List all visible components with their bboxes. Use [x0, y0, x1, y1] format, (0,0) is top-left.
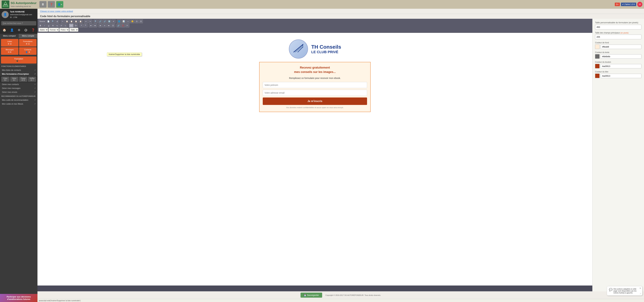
form-email-input[interactable] [263, 90, 367, 96]
chat-close-button[interactable]: ✕ [639, 287, 641, 289]
sidebar-link-solde[interactable]: Mon solde et mes filleuls ↗ [0, 102, 38, 106]
tb-subscript[interactable]: x₂ [55, 24, 59, 28]
notification-button[interactable]: 10 [637, 2, 642, 7]
tb-align-left[interactable]: ⬌ [98, 24, 102, 28]
sub-btn-creer[interactable]: Créer☰+ [1, 77, 10, 82]
search-input[interactable] [1, 21, 36, 25]
tb-underline[interactable]: U [47, 24, 51, 28]
styles-select[interactable]: Styles [38, 28, 48, 32]
tb-unorderedlist[interactable]: ☰• [74, 24, 78, 28]
menu-toggle: Menu compact Menu complet [0, 34, 38, 38]
promo-banner[interactable]: Participer aux décisions d'améliorations… [0, 294, 38, 302]
tb-paste[interactable]: 📋 [70, 20, 74, 23]
like-button[interactable]: ✔ J'aime 1.0 K [621, 3, 636, 6]
tb-align-right[interactable]: ⬌ [107, 24, 111, 28]
tb-outdent[interactable]: ⬅ [89, 24, 93, 28]
font-select[interactable]: Police [59, 28, 69, 32]
breadcrumb-link[interactable]: Cliquez ici pour copier votre embed [40, 10, 73, 13]
tb-emoji[interactable]: 😊 [130, 20, 134, 23]
tb-anchor[interactable]: 🏳 [126, 24, 129, 28]
tb-cut[interactable]: ✂ [61, 20, 64, 23]
chat-expand-icon[interactable]: ⤢ [640, 292, 641, 295]
user-email: webmaster2net@gmail.com [10, 13, 32, 16]
size-select[interactable]: Taille [69, 28, 78, 32]
panel-fond-swatch[interactable] [595, 45, 600, 49]
module-formulaires[interactable]: Formulaires⚙ ☰ [19, 39, 36, 47]
sidebar-link-messages[interactable]: Gérer mes messages ↗ [0, 86, 38, 90]
settings-icon-btn[interactable]: ⚙ [17, 28, 21, 33]
tb-blockquote2[interactable]: ❞ [84, 24, 88, 28]
tb-indent[interactable]: ➡ [93, 24, 97, 28]
tb-image[interactable]: 🌐 [117, 20, 121, 23]
panel-texte-input[interactable] [600, 54, 642, 59]
form-prenom-input[interactable] [263, 82, 367, 88]
sidebar-link-envois[interactable]: Gérer mes envois ↗ [0, 90, 38, 94]
tb-unlink[interactable]: 🚫 [121, 24, 125, 28]
source-button[interactable]: Source [38, 20, 46, 23]
tb-find2[interactable]: 🔗 [98, 20, 102, 23]
sidebar-link-recommander[interactable]: Mes outils de recommandation ↗ [0, 98, 38, 102]
tb-link[interactable]: 🔗 [116, 24, 121, 28]
tb-hline[interactable]: — [126, 20, 130, 23]
editor-scrollbar[interactable] [38, 285, 592, 291]
panel-fond-input[interactable] [600, 45, 642, 49]
tb-table[interactable]: 📊 [122, 20, 126, 23]
panel-bouton-swatch[interactable] [595, 64, 600, 68]
tb-undo[interactable]: ↩ [84, 20, 88, 23]
tb-something[interactable]: 🔢 [107, 20, 112, 23]
tb-paste-word[interactable]: 📋 [78, 20, 83, 23]
sub-btn-popup[interactable]: Popup⚙ ☰ [19, 77, 27, 82]
panel-size-input[interactable] [595, 25, 642, 30]
sidebar-link-contacts[interactable]: Gérer mes contacts ↗ [0, 83, 38, 86]
panel-bouton-input[interactable] [600, 64, 642, 68]
tb-removeformat[interactable]: Iₓ [64, 24, 68, 28]
sub-btn-helbar[interactable]: HelBar☰ ↗ [28, 77, 36, 82]
module-listes[interactable]: Listes⚙ ☰ [1, 39, 18, 47]
menu-compact-btn[interactable]: Menu compact [0, 34, 19, 38]
user-icon-btn[interactable]: 👤 [10, 28, 14, 33]
tb-more[interactable]: ☰ [139, 20, 143, 23]
sidebar-link-listes[interactable]: Mes listes de contacts ↗ [0, 68, 38, 72]
panel-titre-input[interactable] [600, 74, 642, 78]
home-icon-btn[interactable]: 🏠 [2, 28, 7, 33]
module-contacts[interactable]: Contacts👤 ⚙ [19, 47, 36, 55]
tb-bold[interactable]: B [38, 24, 42, 28]
trash-button[interactable]: 🗑 [40, 1, 46, 8]
panel-titre-swatch[interactable] [595, 74, 600, 78]
panel-champs-input[interactable] [595, 35, 642, 39]
gplus-button[interactable]: G+ [615, 3, 620, 6]
tb-new-doc[interactable]: 📄 [46, 20, 50, 23]
tb-orderedlist[interactable]: ☰# [69, 24, 74, 28]
tb-superscript[interactable]: x² [60, 24, 63, 28]
sidebar-link-envois-arrow: ↗ [34, 91, 36, 93]
tb-strikethrough[interactable]: S [51, 24, 55, 28]
module-messages[interactable]: Messages✉ ⚙ [1, 47, 18, 55]
tb-italic[interactable]: I [43, 24, 46, 28]
tb-special-char[interactable]: Ω [135, 20, 139, 23]
tb-find[interactable]: 🔍 [94, 20, 98, 23]
tb-redo[interactable]: ↪ [88, 20, 92, 23]
tb-align-justify[interactable]: ☰ [111, 24, 115, 28]
add-user-button[interactable]: 👤+ [56, 1, 63, 8]
help-button[interactable]: ❓ [48, 1, 55, 8]
sub-btn-gerer[interactable]: Gérer⚙+ [10, 77, 18, 82]
format-select[interactable]: Format [48, 28, 59, 32]
sidebar-link-formulaires[interactable]: Mes formulaires d'inscription ↗ [0, 72, 38, 76]
power-icon-btn[interactable]: ⏻ [24, 28, 28, 33]
menu-complet-btn[interactable]: Menu complet [19, 34, 38, 38]
tb-align-center[interactable]: ≡ [103, 24, 106, 28]
panel-texte-swatch[interactable] [595, 54, 600, 59]
formation-button[interactable]: Formation🎓 ❗ [1, 57, 36, 64]
save-button[interactable]: 💾 Sauvegarder [300, 293, 322, 298]
panel-champs-unit: (en pixels) [620, 32, 629, 34]
tb-blockquote[interactable]: ❝ [80, 24, 83, 28]
tb-spellcheck[interactable]: 🔗 [103, 20, 107, 23]
tb-print[interactable]: 🖨 [56, 20, 59, 23]
tb-copy[interactable]: 📋 [65, 20, 69, 23]
section-fonctions: FONCTIONS ÉLÉMENTAIRES [0, 64, 38, 68]
form-submit-button[interactable]: Je m'inscris [263, 98, 367, 105]
tb-preview[interactable]: 🔍 [51, 20, 55, 23]
tb-paste-text[interactable]: 📋 [74, 20, 78, 23]
tb-check[interactable]: ✔ [112, 20, 116, 23]
help-icon-btn[interactable]: ❓ [31, 28, 36, 33]
